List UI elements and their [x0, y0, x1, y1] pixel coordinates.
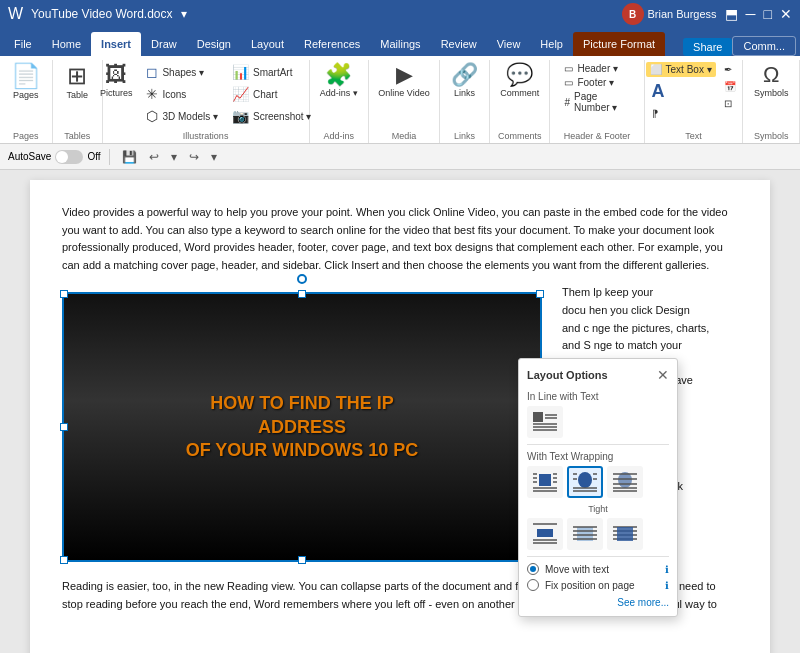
screenshot-button[interactable]: 📷 Screenshot ▾	[226, 106, 317, 126]
date-time-button[interactable]: 📅	[718, 79, 742, 94]
icons-button[interactable]: ✳ Icons	[140, 84, 224, 104]
text-box-icon: ⬜	[650, 64, 662, 75]
footer-button[interactable]: ▭ Footer ▾	[558, 76, 635, 89]
illustrations-col: ◻ Shapes ▾ ✳ Icons ⬡ 3D Models ▾	[140, 62, 224, 126]
move-with-text-info[interactable]: ℹ	[665, 564, 669, 575]
square-wrap-icon	[531, 470, 559, 494]
online-video-button[interactable]: ▶ Online Video	[372, 62, 435, 100]
share-button[interactable]: Share	[683, 38, 732, 56]
square-option[interactable]	[527, 466, 563, 498]
handle-bottom-left[interactable]	[60, 556, 68, 564]
links-button[interactable]: 🔗 Links	[445, 62, 484, 100]
fix-position-radio[interactable]	[527, 579, 539, 591]
pictures-button[interactable]: 🖼 Pictures	[94, 62, 139, 100]
svg-rect-6	[539, 474, 551, 486]
inline-option[interactable]	[527, 406, 563, 438]
video-container[interactable]: HOW TO FIND THE IP ADDRESS OF YOUR WINDO…	[62, 292, 542, 562]
icons-label: Icons	[162, 89, 186, 100]
3d-models-button[interactable]: ⬡ 3D Models ▾	[140, 106, 224, 126]
tab-picture-format[interactable]: Picture Format	[573, 32, 665, 56]
comment-button[interactable]: 💬 Comment	[494, 62, 545, 100]
behind-option[interactable]	[567, 518, 603, 550]
tab-review[interactable]: Review	[431, 32, 487, 56]
see-more-link[interactable]: See more...	[527, 597, 669, 608]
wrapping-row2	[527, 518, 669, 550]
handle-bottom[interactable]	[298, 556, 306, 564]
top-bottom-option[interactable]	[527, 518, 563, 550]
media-content: ▶ Online Video	[372, 62, 435, 129]
wordart-button[interactable]: A	[646, 79, 716, 104]
handle-top[interactable]	[298, 290, 306, 298]
screenshot-icon: 📷	[232, 108, 249, 124]
tab-view[interactable]: View	[487, 32, 531, 56]
footer-icon: ▭	[564, 77, 573, 88]
handle-middle-left[interactable]	[60, 423, 68, 431]
pages-group-label: Pages	[13, 131, 39, 141]
object-button[interactable]: ⊡	[718, 96, 742, 111]
page-number-button[interactable]: # Page Number ▾	[558, 90, 635, 114]
tab-home[interactable]: Home	[42, 32, 91, 56]
minimize-button[interactable]: ─	[746, 6, 756, 22]
tab-file[interactable]: File	[4, 32, 42, 56]
chart-button[interactable]: 📈 Chart	[226, 84, 317, 104]
tab-help[interactable]: Help	[530, 32, 573, 56]
illustrations-group-label: Illustrations	[183, 131, 229, 141]
smartart-button[interactable]: 📊 SmartArt	[226, 62, 317, 82]
handle-top-left[interactable]	[60, 290, 68, 298]
table-button[interactable]: ⊞ Table	[59, 62, 95, 102]
pages-button[interactable]: 📄 Pages	[5, 62, 47, 102]
ribbon-display-icon[interactable]: ⬒	[725, 6, 738, 22]
signature-button[interactable]: ✒	[718, 62, 742, 77]
tight-option[interactable]	[567, 466, 603, 498]
comments-button[interactable]: Comm...	[732, 36, 796, 56]
tab-draw[interactable]: Draw	[141, 32, 187, 56]
undo-button[interactable]: ↩	[145, 148, 163, 166]
save-button[interactable]: 💾	[118, 148, 141, 166]
tab-references[interactable]: References	[294, 32, 370, 56]
move-with-text-radio[interactable]	[527, 563, 539, 575]
inline-options	[527, 406, 669, 438]
tab-layout[interactable]: Layout	[241, 32, 294, 56]
popup-close-button[interactable]: ✕	[657, 367, 669, 383]
pages-content: 📄 Pages	[5, 62, 47, 129]
maximize-button[interactable]: □	[764, 6, 772, 22]
ribbon-group-comments: 💬 Comment Comments	[490, 60, 550, 143]
omega-icon: Ω	[763, 64, 779, 86]
infront-wrap-icon	[611, 522, 639, 546]
page-number-icon: #	[564, 97, 570, 108]
move-with-text-option[interactable]: Move with text ℹ	[527, 563, 669, 575]
symbols-label: Symbols	[754, 88, 789, 98]
customize-qat-button[interactable]: ▾	[207, 148, 221, 166]
symbols-button[interactable]: Ω Symbols	[748, 62, 795, 100]
addins-content: 🧩 Add-ins ▾	[314, 62, 364, 129]
autosave-switch[interactable]	[55, 150, 83, 164]
popup-header: Layout Options ✕	[527, 367, 669, 383]
shapes-button[interactable]: ◻ Shapes ▾	[140, 62, 224, 82]
links-label: Links	[454, 88, 475, 98]
tab-mailings[interactable]: Mailings	[370, 32, 430, 56]
undo-dropdown[interactable]: ▾	[167, 148, 181, 166]
links-group-label: Links	[454, 131, 475, 141]
header-button[interactable]: ▭ Header ▾	[558, 62, 635, 75]
hf-group-label: Header & Footer	[564, 131, 631, 141]
rotation-handle[interactable]	[297, 274, 307, 284]
table-label: Table	[66, 90, 88, 100]
addins-button[interactable]: 🧩 Add-ins ▾	[314, 62, 364, 100]
tab-insert[interactable]: Insert	[91, 32, 141, 56]
infront-option[interactable]	[607, 518, 643, 550]
close-button[interactable]: ✕	[780, 6, 792, 22]
fix-position-info[interactable]: ℹ	[665, 580, 669, 591]
drop-cap-button[interactable]: ⁋	[646, 106, 716, 121]
fix-position-option[interactable]: Fix position on page ℹ	[527, 579, 669, 591]
fix-position-label: Fix position on page	[545, 580, 635, 591]
obj-icon: ⊡	[724, 98, 732, 109]
autosave-toggle[interactable]: AutoSave Off	[8, 150, 101, 164]
handle-top-right[interactable]	[536, 290, 544, 298]
through-option[interactable]	[607, 466, 643, 498]
redo-button[interactable]: ↪	[185, 148, 203, 166]
icons-icon: ✳	[146, 86, 158, 102]
title-bar-left: W YouTube Video Word.docx ▾	[8, 5, 187, 23]
text-col: ⬜ Text Box ▾ A ⁋	[646, 62, 716, 121]
text-box-button[interactable]: ⬜ Text Box ▾	[646, 62, 716, 77]
tab-design[interactable]: Design	[187, 32, 241, 56]
